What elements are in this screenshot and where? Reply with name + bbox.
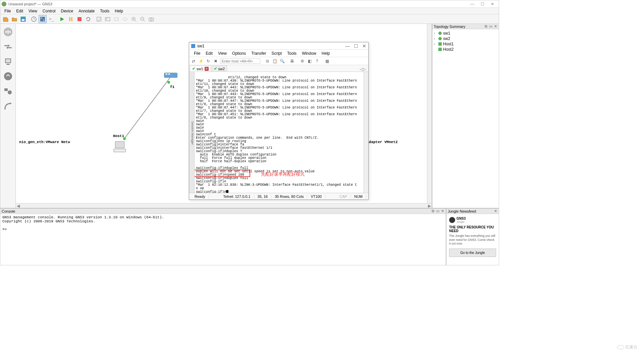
- console-panel-title: Console: [2, 209, 15, 213]
- menu-file[interactable]: File: [2, 8, 13, 14]
- snapshot-button[interactable]: [30, 15, 38, 23]
- tab-prev-icon[interactable]: ◁: [360, 67, 363, 72]
- go-to-jungle-button[interactable]: Go to the Jungle: [449, 249, 496, 257]
- gns3-jungle-icon: [449, 217, 455, 223]
- help-icon[interactable]: ?: [314, 58, 320, 64]
- tree-item-host2[interactable]: Host2: [434, 47, 497, 52]
- panel-close-icon[interactable]: ✕: [493, 25, 497, 29]
- terminal-scrollbar[interactable]: [364, 72, 368, 193]
- menu-control[interactable]: Control: [40, 8, 58, 14]
- panel-undock-icon[interactable]: ⧉: [484, 25, 488, 29]
- host-input[interactable]: [220, 58, 260, 64]
- maximize-button[interactable]: ☐: [480, 2, 485, 6]
- news-close-icon[interactable]: ✕: [493, 209, 497, 213]
- term-menu-file[interactable]: File: [191, 50, 203, 56]
- options-icon[interactable]: ⚙: [299, 58, 305, 64]
- tree-item-sw2[interactable]: ›sw2: [434, 36, 497, 41]
- terminal-minimize-button[interactable]: —: [345, 43, 350, 49]
- term-menu-help[interactable]: Help: [319, 50, 333, 56]
- status-square-icon: [438, 48, 442, 51]
- print-icon[interactable]: 🖶: [289, 58, 295, 64]
- tab-close-icon[interactable]: ✕: [205, 67, 209, 71]
- tree-item-sw1[interactable]: ›sw1: [434, 31, 497, 36]
- panel-float-icon[interactable]: ▭: [489, 25, 493, 29]
- console-float-icon[interactable]: ▭: [436, 209, 440, 213]
- console-button[interactable]: >_: [47, 15, 55, 23]
- menu-help[interactable]: Help: [112, 8, 126, 14]
- console-undock-icon[interactable]: ⧉: [431, 209, 435, 213]
- news-body-text: The Jungle has everything you will ever …: [449, 234, 496, 246]
- status-size: 35 Rows, 80 Cols: [271, 194, 307, 199]
- quick-connect-icon[interactable]: ⚡: [198, 58, 204, 64]
- close-button[interactable]: ✕: [490, 2, 495, 6]
- status-connection: Telnet: 127.0.0.1: [220, 194, 254, 199]
- term-menu-tools[interactable]: Tools: [284, 50, 299, 56]
- session-icon[interactable]: ◧: [307, 58, 313, 64]
- link-tool[interactable]: [2, 100, 14, 112]
- link-endpoint-host-icon: [123, 137, 126, 140]
- menu-annotate[interactable]: Annotate: [76, 8, 97, 14]
- tab-sw1[interactable]: ✔ sw1 ✕: [190, 65, 211, 72]
- menu-edit[interactable]: Edit: [13, 8, 26, 14]
- console-output[interactable]: GNS3 management console. Running GNS3 ve…: [0, 214, 446, 265]
- reconnect-icon[interactable]: ↻: [205, 58, 211, 64]
- paste-icon[interactable]: 📋: [272, 58, 278, 64]
- term-menu-options[interactable]: Options: [229, 50, 249, 56]
- canvas-scrollbar-h[interactable]: ◀▶: [16, 203, 432, 208]
- note-button[interactable]: [95, 15, 103, 23]
- newsfeed-panel-title: Jungle Newsfeed: [448, 209, 476, 213]
- menu-device[interactable]: Device: [58, 8, 76, 14]
- tree-item-host1[interactable]: ›Host1: [434, 41, 497, 47]
- annotation-text: 先配好速率再配好模式: [261, 172, 305, 176]
- new-project-button[interactable]: [2, 15, 10, 23]
- copy-icon[interactable]: ⧉: [264, 58, 270, 64]
- show-interfaces-button[interactable]: [39, 15, 47, 23]
- tab-sw2[interactable]: ✔ sw2: [212, 65, 227, 72]
- image-button[interactable]: [104, 15, 112, 23]
- toolbar-extra-icon[interactable]: ▦: [324, 58, 330, 64]
- start-button[interactable]: [58, 15, 66, 23]
- disconnect-icon[interactable]: ✖: [213, 58, 219, 64]
- host1-label: Host1: [113, 134, 124, 138]
- zoom-in-button[interactable]: [130, 15, 138, 23]
- svg-rect-8: [71, 17, 72, 21]
- topology-canvas[interactable]: f1 Host1 nio_gen_eth:VMware Netw etwork …: [16, 24, 427, 203]
- pause-button[interactable]: [67, 15, 75, 23]
- switch-tool[interactable]: [2, 41, 14, 53]
- save-project-button[interactable]: [19, 15, 27, 23]
- session-manager-label[interactable]: Session Manager: [189, 72, 195, 193]
- term-menu-transfer[interactable]: Transfer: [249, 50, 269, 56]
- term-menu-edit[interactable]: Edit: [203, 50, 215, 56]
- status-square-icon: [438, 42, 442, 46]
- all-devices-tool[interactable]: [2, 85, 14, 97]
- term-menu-view[interactable]: View: [215, 50, 229, 56]
- zoom-out-button[interactable]: [139, 15, 147, 23]
- tab-next-icon[interactable]: ▷: [363, 67, 366, 72]
- term-menu-script[interactable]: Script: [269, 50, 284, 56]
- terminal-maximize-button[interactable]: ☐: [354, 43, 358, 49]
- reload-button[interactable]: [84, 15, 92, 23]
- screenshot-button[interactable]: [147, 15, 155, 23]
- status-cursor-pos: 35, 16: [254, 194, 272, 199]
- menu-view[interactable]: View: [26, 8, 40, 14]
- minimize-button[interactable]: —: [470, 2, 475, 6]
- connect-icon[interactable]: ⇄: [191, 58, 197, 64]
- find-icon[interactable]: 🔍: [279, 58, 285, 64]
- host1-icon[interactable]: [113, 141, 126, 153]
- terminal-output[interactable]: et1/12, changed state to down *Mar 1 00:…: [195, 72, 364, 193]
- host-tool[interactable]: [2, 55, 14, 68]
- security-tool[interactable]: [2, 70, 14, 82]
- term-menu-window[interactable]: Window: [299, 50, 319, 56]
- svg-rect-10: [97, 17, 101, 21]
- terminal-titlebar: sw1 — ☐ ✕: [189, 42, 368, 50]
- open-project-button[interactable]: [10, 15, 18, 23]
- terminal-close-button[interactable]: ✕: [362, 43, 366, 49]
- rect-button[interactable]: [112, 15, 120, 23]
- ellipse-button[interactable]: [121, 15, 129, 23]
- stop-button[interactable]: [75, 15, 84, 23]
- router-tool[interactable]: [2, 26, 14, 38]
- console-close-icon[interactable]: ✕: [440, 209, 444, 213]
- menu-tools[interactable]: Tools: [97, 8, 112, 14]
- topology-panel: Topology Summary ⧉ ▭ ✕ ›sw1 ›sw2 ›Host1 …: [432, 24, 499, 208]
- canvas-scrollbar-v[interactable]: [427, 24, 432, 203]
